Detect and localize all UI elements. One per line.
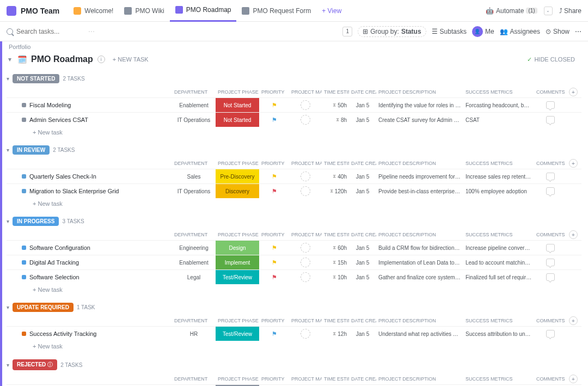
group-collapse-caret[interactable]: ▾: [7, 76, 9, 82]
status-pill[interactable]: REJECTED ⓘ: [13, 359, 57, 370]
col-project-manager[interactable]: PROJECT MANAGER: [289, 160, 322, 167]
task-row[interactable]: Admin Services CSAT IT Operations Not St…: [7, 112, 581, 127]
group-collapse-caret[interactable]: ▾: [7, 362, 9, 368]
tab-pmo-request-form[interactable]: PMO Request Form: [236, 0, 316, 22]
phase-cell[interactable]: Design: [216, 241, 259, 255]
phase-cell[interactable]: Not Started: [216, 98, 259, 112]
col-time-estimate[interactable]: TIME ESTIMATE: [322, 160, 349, 167]
col-priority[interactable]: PRIORITY: [259, 160, 289, 167]
col-time-estimate[interactable]: TIME ESTIMATE: [322, 231, 349, 238]
metrics-cell[interactable]: Success attribution to understand custom…: [463, 329, 534, 339]
col-time-estimate[interactable]: TIME ESTIMATE: [322, 88, 349, 96]
phase-cell[interactable]: Test/Review: [216, 327, 259, 341]
collapse-caret-icon[interactable]: ▾: [7, 56, 13, 63]
metrics-cell[interactable]: Increase sales rep retention rates QoQ a…: [463, 171, 534, 182]
me-filter-button[interactable]: 👤 Me: [472, 26, 494, 37]
description-cell[interactable]: Provide best-in-class enterprise messagi…: [376, 186, 463, 197]
col-project-description[interactable]: PROJECT DESCRIPTION: [376, 317, 463, 324]
phase-cell[interactable]: Test/Review: [216, 270, 259, 284]
group-collapse-caret[interactable]: ▾: [7, 218, 9, 224]
col-department[interactable]: DEPARTMENT: [172, 88, 216, 96]
description-cell[interactable]: Create CSAT survey for Admin Services: [376, 115, 463, 125]
project-manager-cell[interactable]: [289, 241, 322, 255]
phase-cell[interactable]: Pre-Discovery: [216, 169, 259, 183]
col-project-description[interactable]: PROJECT DESCRIPTION: [376, 375, 463, 383]
col-priority[interactable]: PRIORITY: [259, 88, 289, 96]
add-column-button[interactable]: +: [569, 88, 578, 96]
task-row[interactable]: Success Activity Tracking HR Test/Review…: [7, 326, 581, 341]
project-manager-cell[interactable]: [289, 255, 322, 269]
col-time-estimate[interactable]: TIME ESTIMATE: [322, 375, 349, 383]
project-manager-cell[interactable]: [289, 113, 322, 127]
comments-cell[interactable]: [534, 242, 567, 254]
col-priority[interactable]: PRIORITY: [259, 317, 289, 324]
expand-level-button[interactable]: 1: [342, 27, 352, 36]
col-project-description[interactable]: PROJECT DESCRIPTION: [376, 231, 463, 238]
col-project-phase[interactable]: PROJECT PHASE: [216, 317, 259, 324]
share-button[interactable]: ⤴ Share: [559, 7, 581, 15]
project-manager-cell[interactable]: [289, 169, 322, 183]
group-collapse-caret[interactable]: ▾: [7, 304, 9, 310]
col-date-created[interactable]: DATE CREATED: [349, 231, 376, 238]
description-cell[interactable]: Identifying the value for roles in each …: [376, 100, 463, 111]
col-comments[interactable]: COMMENTS: [534, 375, 567, 383]
automate-dropdown[interactable]: ⌄: [544, 7, 553, 15]
task-row[interactable]: Digital Ad Tracking Enablement Implement…: [7, 255, 581, 269]
add-task-row[interactable]: + New task: [7, 284, 581, 295]
col-date-created[interactable]: DATE CREATED: [349, 88, 376, 96]
search-input[interactable]: [16, 28, 71, 35]
time-estimate-cell[interactable]: ⧗12h: [322, 329, 349, 339]
project-manager-cell[interactable]: [289, 98, 322, 112]
comments-cell[interactable]: [534, 328, 567, 340]
tab-pmo-roadmap[interactable]: PMO Roadmap: [170, 0, 237, 22]
department-cell[interactable]: Enablement: [172, 258, 216, 268]
metrics-cell[interactable]: Lead to account matching and handling of…: [463, 258, 534, 268]
assignees-button[interactable]: 👥 Assignees: [500, 28, 540, 35]
col-date-created[interactable]: DATE CREATED: [349, 160, 376, 167]
group-by-selector[interactable]: ⊞ Group by: Status: [358, 26, 426, 37]
col-date-created[interactable]: DATE CREATED: [349, 375, 376, 383]
col-date-created[interactable]: DATE CREATED: [349, 317, 376, 324]
col-comments[interactable]: COMMENTS: [534, 317, 567, 324]
add-view-button[interactable]: + View: [316, 7, 347, 15]
col-department[interactable]: DEPARTMENT: [172, 317, 216, 324]
comments-cell[interactable]: [534, 170, 567, 182]
automate-button[interactable]: 🤖 Automate (1): [486, 7, 537, 15]
more-icon[interactable]: ⋯: [575, 28, 581, 35]
project-manager-cell[interactable]: [289, 327, 322, 341]
info-icon[interactable]: i: [97, 56, 105, 63]
time-estimate-cell[interactable]: ⧗60h: [322, 243, 349, 253]
priority-flag[interactable]: ⚑: [259, 242, 289, 254]
comments-cell[interactable]: [534, 185, 567, 197]
task-row[interactable]: Software Configuration Engineering Desig…: [7, 240, 581, 255]
time-estimate-cell[interactable]: ⧗50h: [322, 100, 349, 111]
description-cell[interactable]: Gather and finalize core system/tool req…: [376, 272, 463, 283]
col-department[interactable]: DEPARTMENT: [172, 375, 216, 383]
task-row[interactable]: Quarterly Sales Check-In Sales Pre-Disco…: [7, 169, 581, 183]
priority-flag[interactable]: ⚑: [259, 328, 289, 340]
department-cell[interactable]: Enablement: [172, 100, 216, 111]
department-cell[interactable]: IT Operations: [172, 115, 216, 125]
time-estimate-cell[interactable]: ⧗120h: [322, 186, 349, 197]
description-cell[interactable]: Build a CRM flow for bidirectional sync …: [376, 243, 463, 253]
time-estimate-cell[interactable]: ⧗40h: [322, 171, 349, 182]
col-project-phase[interactable]: PROJECT PHASE: [216, 231, 259, 238]
metrics-cell[interactable]: Finalized full set of requirements for V…: [463, 272, 534, 283]
add-column-button[interactable]: +: [569, 230, 578, 239]
col-project-manager[interactable]: PROJECT MANAGER: [289, 231, 322, 238]
department-cell[interactable]: Sales: [172, 171, 216, 182]
subtasks-button[interactable]: ☰ Subtasks: [432, 28, 467, 35]
status-pill[interactable]: IN REVIEW: [13, 145, 50, 155]
add-column-button[interactable]: +: [569, 316, 578, 325]
time-estimate-cell[interactable]: ⧗10h: [322, 272, 349, 283]
comments-cell[interactable]: [534, 271, 567, 283]
task-row[interactable]: Fiscal Modeling Enablement Not Started ⚑…: [7, 97, 581, 112]
col-success-metrics[interactable]: SUCCESS METRICS: [463, 375, 534, 383]
breadcrumb[interactable]: Portfolio: [0, 41, 588, 52]
priority-flag[interactable]: ⚑: [259, 257, 289, 268]
col-success-metrics[interactable]: SUCCESS METRICS: [463, 317, 534, 324]
col-success-metrics[interactable]: SUCCESS METRICS: [463, 231, 534, 238]
status-pill[interactable]: NOT STARTED: [13, 74, 59, 83]
department-cell[interactable]: Legal: [172, 272, 216, 283]
add-column-button[interactable]: +: [569, 159, 578, 168]
